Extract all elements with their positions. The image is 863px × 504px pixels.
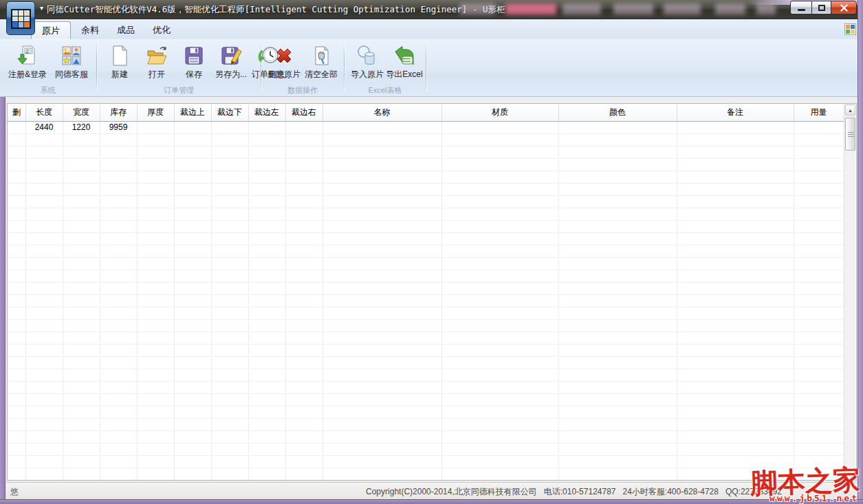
- table-cell[interactable]: [137, 430, 174, 443]
- table-cell[interactable]: [174, 455, 211, 468]
- table-cell[interactable]: [211, 369, 248, 381]
- table-cell[interactable]: [248, 121, 285, 133]
- table-cell[interactable]: [25, 158, 63, 171]
- table-cell[interactable]: [441, 331, 558, 344]
- table-cell[interactable]: [100, 381, 137, 393]
- table-cell[interactable]: [677, 158, 794, 171]
- table-cell[interactable]: [558, 430, 677, 443]
- table-cell[interactable]: [558, 282, 677, 294]
- table-cell[interactable]: [558, 468, 677, 480]
- table-cell[interactable]: [63, 356, 100, 369]
- table-cell[interactable]: [441, 158, 558, 171]
- register-login-button[interactable]: 注册&登录: [5, 41, 50, 81]
- table-cell[interactable]: [677, 430, 794, 443]
- table-cell[interactable]: [677, 257, 794, 270]
- table-cell[interactable]: [8, 195, 25, 208]
- table-cell[interactable]: [323, 307, 441, 319]
- scrollbar-thumb[interactable]: [845, 118, 855, 151]
- table-cell[interactable]: [285, 133, 323, 146]
- column-header[interactable]: 库存: [100, 104, 137, 121]
- table-cell[interactable]: [285, 183, 323, 195]
- table-cell[interactable]: [63, 406, 100, 418]
- table-cell[interactable]: [211, 468, 248, 480]
- table-cell[interactable]: [248, 171, 285, 183]
- table-cell[interactable]: [63, 381, 100, 393]
- table-cell[interactable]: [794, 356, 844, 369]
- table-cell[interactable]: [677, 171, 794, 183]
- table-cell[interactable]: [63, 220, 100, 232]
- table-cell[interactable]: [211, 133, 248, 146]
- table-cell[interactable]: [100, 393, 137, 406]
- table-cell[interactable]: [323, 356, 441, 369]
- table-cell[interactable]: [211, 208, 248, 220]
- table-cell[interactable]: [441, 443, 558, 455]
- table-cell[interactable]: [677, 208, 794, 220]
- table-cell[interactable]: [100, 270, 137, 282]
- table-cell[interactable]: [137, 208, 174, 220]
- table-cell[interactable]: [285, 146, 323, 158]
- table-cell[interactable]: [285, 208, 323, 220]
- table-cell[interactable]: [211, 344, 248, 356]
- table-cell[interactable]: [8, 393, 25, 406]
- table-cell[interactable]: [794, 294, 844, 307]
- table-cell[interactable]: [100, 232, 137, 245]
- table-cell[interactable]: [323, 468, 441, 480]
- table-cell[interactable]: [63, 133, 100, 146]
- table-cell[interactable]: [677, 455, 794, 468]
- table-cell[interactable]: [100, 220, 137, 232]
- table-cell[interactable]: [558, 257, 677, 270]
- table-cell[interactable]: [677, 406, 794, 418]
- table-cell[interactable]: [558, 270, 677, 282]
- table-cell[interactable]: [211, 455, 248, 468]
- table-cell[interactable]: [794, 307, 844, 319]
- table-cell[interactable]: [248, 183, 285, 195]
- import-sheets-button[interactable]: 导入原片: [349, 41, 385, 81]
- table-cell[interactable]: [8, 257, 25, 270]
- table-cell[interactable]: [63, 443, 100, 455]
- table-cell[interactable]: [323, 183, 441, 195]
- table-cell[interactable]: [285, 121, 323, 133]
- table-cell[interactable]: [25, 183, 63, 195]
- table-cell[interactable]: [558, 418, 677, 430]
- table-cell[interactable]: [677, 294, 794, 307]
- table-cell[interactable]: [211, 183, 248, 195]
- close-button[interactable]: [831, 1, 857, 14]
- table-cell[interactable]: [794, 257, 844, 270]
- table-cell[interactable]: [100, 195, 137, 208]
- table-cell[interactable]: 1220: [63, 121, 100, 133]
- table-cell[interactable]: [211, 195, 248, 208]
- table-cell[interactable]: [137, 331, 174, 344]
- table-cell[interactable]: [63, 208, 100, 220]
- table-cell[interactable]: [558, 158, 677, 171]
- table-cell[interactable]: [100, 430, 137, 443]
- column-header[interactable]: 厚度: [137, 104, 174, 121]
- table-cell[interactable]: [794, 443, 844, 455]
- table-cell[interactable]: [211, 381, 248, 393]
- table-cell[interactable]: [100, 369, 137, 381]
- table-cell[interactable]: [174, 369, 211, 381]
- table-cell[interactable]: [174, 146, 211, 158]
- table-cell[interactable]: [248, 430, 285, 443]
- table-cell[interactable]: [63, 319, 100, 331]
- table-cell[interactable]: [285, 245, 323, 257]
- table-cell[interactable]: [137, 344, 174, 356]
- table-cell[interactable]: [174, 270, 211, 282]
- table-cell[interactable]: [25, 220, 63, 232]
- table-cell[interactable]: [211, 418, 248, 430]
- table-cell[interactable]: [677, 245, 794, 257]
- table-cell[interactable]: [8, 220, 25, 232]
- table-cell[interactable]: [285, 344, 323, 356]
- column-header[interactable]: 裁边下: [211, 104, 248, 121]
- table-cell[interactable]: [25, 319, 63, 331]
- table-cell[interactable]: [174, 294, 211, 307]
- table-cell[interactable]: [558, 331, 677, 344]
- table-cell[interactable]: [248, 356, 285, 369]
- table-cell[interactable]: [174, 282, 211, 294]
- table-cell[interactable]: [285, 455, 323, 468]
- table-cell[interactable]: [8, 294, 25, 307]
- table-cell[interactable]: [174, 393, 211, 406]
- table-cell[interactable]: [211, 356, 248, 369]
- table-cell[interactable]: [558, 208, 677, 220]
- table-cell[interactable]: [558, 369, 677, 381]
- table-cell[interactable]: [441, 195, 558, 208]
